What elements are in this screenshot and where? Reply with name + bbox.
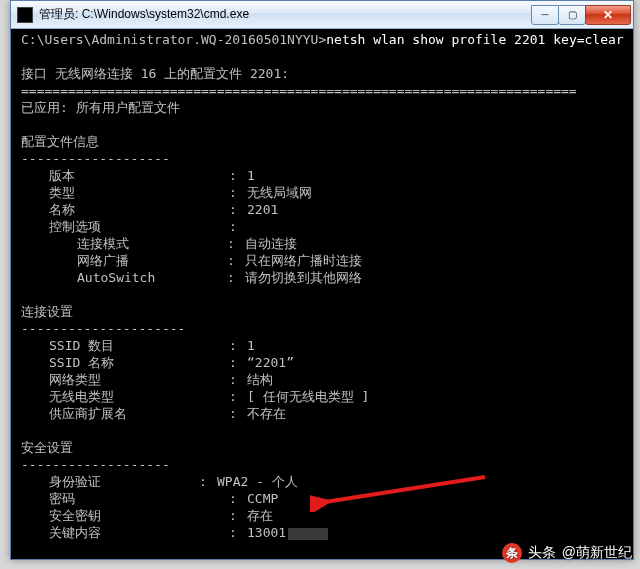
- window-buttons: ─ ▢ ✕: [532, 5, 631, 25]
- header-line: 接口 无线网络连接 16 上的配置文件 2201:: [21, 65, 623, 82]
- watermark-badge-icon: 条: [502, 543, 522, 563]
- applied-line: 已应用: 所有用户配置文件: [21, 99, 623, 116]
- key-content-value: 13001: [247, 525, 286, 540]
- section-security-title: 安全设置: [21, 439, 623, 456]
- cmd-window: 管理员: C:\Windows\system32\cmd.exe ─ ▢ ✕ C…: [10, 0, 634, 560]
- table-row: AutoSwitch:请勿切换到其他网络: [21, 269, 623, 286]
- table-row: 控制选项:: [21, 218, 623, 235]
- watermark-name: @萌新世纪: [562, 544, 632, 562]
- maximize-button[interactable]: ▢: [558, 5, 586, 25]
- minimize-button[interactable]: ─: [531, 5, 559, 25]
- table-row: 供应商扩展名:不存在: [21, 405, 623, 422]
- table-row: 身份验证:WPA2 - 个人: [21, 473, 623, 490]
- prompt-line: C:\Users\Administrator.WQ-20160501NYYU>n…: [21, 31, 623, 48]
- table-row: 连接模式:自动连接: [21, 235, 623, 252]
- terminal[interactable]: C:\Users\Administrator.WQ-20160501NYYU>n…: [17, 29, 627, 553]
- table-row: 网络类型:结构: [21, 371, 623, 388]
- table-row: 类型:无线局域网: [21, 184, 623, 201]
- table-row: 名称:2201: [21, 201, 623, 218]
- table-row: 版本:1: [21, 167, 623, 184]
- table-row: 无线电类型:[ 任何无线电类型 ]: [21, 388, 623, 405]
- redacted-block: [288, 528, 328, 540]
- separator: ========================================…: [21, 82, 623, 99]
- table-row: 网络广播:只在网络广播时连接: [21, 252, 623, 269]
- typed-command: netsh wlan show profile 2201 key=clear: [326, 31, 623, 48]
- close-button[interactable]: ✕: [585, 5, 631, 25]
- prompt-path: C:\Users\Administrator.WQ-20160501NYYU>: [21, 31, 326, 48]
- table-row: 安全密钥:存在: [21, 507, 623, 524]
- section-profile-title: 配置文件信息: [21, 133, 623, 150]
- section-conn-title: 连接设置: [21, 303, 623, 320]
- table-row: 密码:CCMP: [21, 490, 623, 507]
- watermark: 条 头条 @萌新世纪: [502, 543, 632, 563]
- titlebar[interactable]: 管理员: C:\Windows\system32\cmd.exe ─ ▢ ✕: [11, 1, 633, 29]
- table-row: SSID 名称:“2201”: [21, 354, 623, 371]
- table-row: SSID 数目:1: [21, 337, 623, 354]
- cmd-icon: [17, 7, 33, 23]
- key-content-row: 关键内容:13001: [21, 524, 623, 541]
- watermark-prefix: 头条: [528, 544, 556, 562]
- window-title: 管理员: C:\Windows\system32\cmd.exe: [39, 6, 532, 23]
